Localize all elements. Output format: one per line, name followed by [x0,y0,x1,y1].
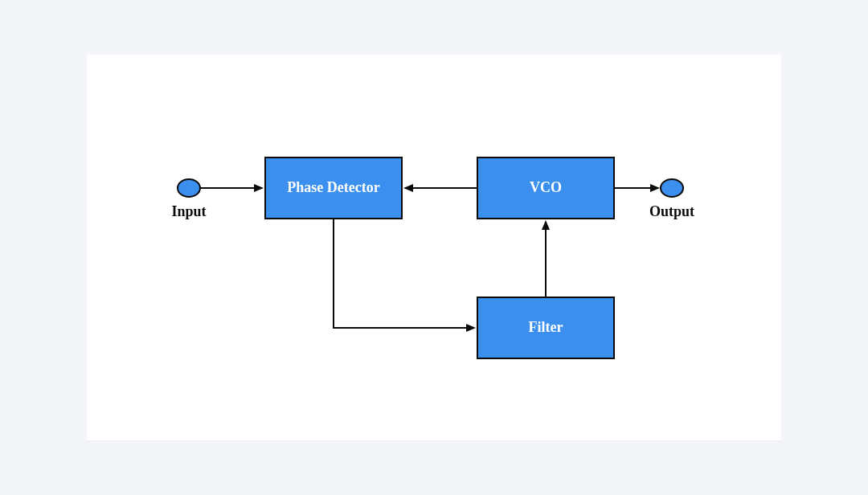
pll-block-diagram: Input Output Phase Detector VCO Filter [87,55,781,440]
phase-detector-block: Phase Detector [265,158,402,219]
filter-label: Filter [529,319,563,335]
filter-block: Filter [477,297,614,358]
output-label: Output [649,203,694,219]
output-ellipse-icon [661,179,683,197]
output-node: Output [649,179,694,219]
input-label: Input [171,203,206,219]
phase-detector-label: Phase Detector [287,179,379,195]
input-ellipse-icon [178,179,200,197]
page-background: Input Output Phase Detector VCO Filter [0,0,868,495]
diagram-card: Input Output Phase Detector VCO Filter [87,55,781,440]
arrow-phase-detector-to-filter [334,219,474,328]
vco-block: VCO [477,158,614,219]
vco-label: VCO [530,179,562,195]
input-node: Input [171,179,206,219]
